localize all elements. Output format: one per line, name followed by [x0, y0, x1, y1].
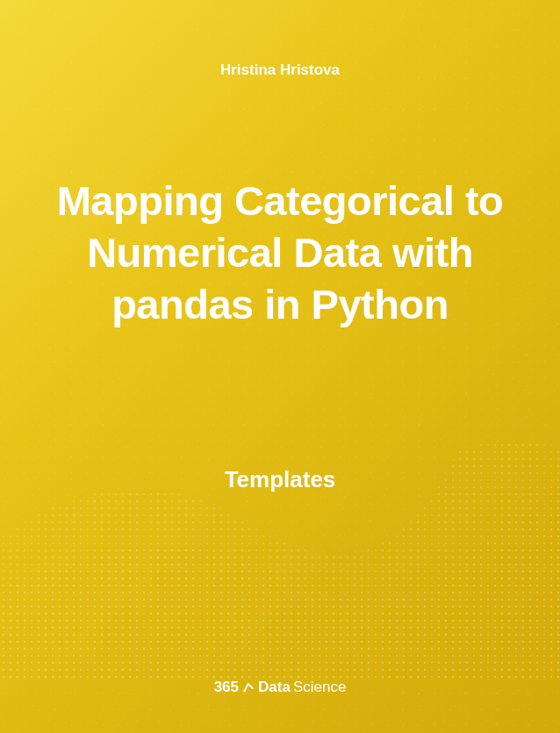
checkmark-icon: [242, 681, 255, 693]
brand-prefix: 365: [214, 679, 239, 696]
document-subtitle: Templates: [225, 466, 336, 493]
cover-page: Hristina Hristova Mapping Categorical to…: [0, 0, 560, 733]
brand-logo: 365 DataScience: [214, 679, 347, 696]
brand-word-data: Data: [258, 679, 291, 696]
author-name: Hristina Hristova: [220, 61, 340, 79]
document-title: Mapping Categorical to Numerical Data wi…: [35, 176, 525, 330]
decorative-wave: [0, 329, 560, 680]
brand-word-science: Science: [293, 679, 346, 696]
